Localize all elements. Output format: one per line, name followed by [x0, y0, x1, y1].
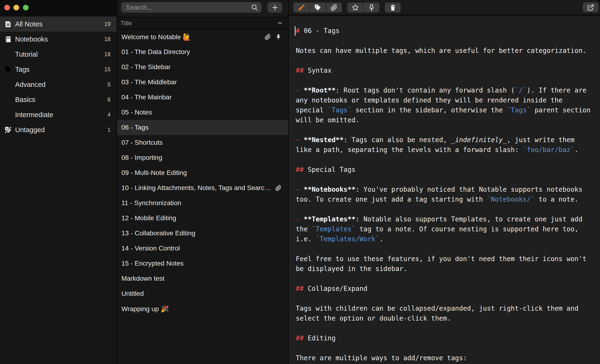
note-row-05-notes[interactable]: 05 - Notes: [117, 105, 288, 120]
editor-line: Tags with children can be collapsed/expa…: [296, 304, 592, 323]
sidebar-item-notebooks[interactable]: Notebooks18: [0, 32, 117, 47]
sidebar-item-label: Basics: [15, 96, 107, 104]
new-note-button[interactable]: [267, 2, 282, 13]
editor-line: - **Nested**: Tags can also be nested, _…: [296, 135, 592, 155]
sidebar-list: All Notes19Notebooks18Tutorial18Tags15Ad…: [0, 17, 117, 137]
note-list-header[interactable]: Title: [117, 17, 288, 29]
note-row-03-the-middlebar[interactable]: 03 - The Middlebar: [117, 75, 288, 90]
note-row-01-the-data-directory[interactable]: 01 - The Data Directory: [117, 44, 288, 59]
titlebar[interactable]: [0, 0, 117, 17]
icon-spacer: [4, 81, 12, 88]
traffic-light-zoom-button[interactable]: [23, 5, 28, 10]
note-row-02-the-sidebar[interactable]: 02 - The Sidebar: [117, 59, 288, 75]
sidebar-item-label: Advanced: [15, 81, 107, 89]
open-externally-button[interactable]: [583, 2, 598, 12]
sidebar-item-basics[interactable]: Basics6: [0, 92, 117, 107]
note-row-10-linking-attachments-notes-tags-and-searc[interactable]: 10 - Linking Attachments, Notes, Tags an…: [117, 180, 288, 195]
icon-spacer: [4, 51, 12, 58]
note-row-welcome-to-notable[interactable]: Welcome to Notable 🙋: [117, 29, 288, 44]
editor-line: - **Root**: Root tags don't contain any …: [296, 85, 592, 125]
delete-button[interactable]: [385, 3, 401, 12]
note-row-04-the-mainbar[interactable]: 04 - The Mainbar: [117, 90, 288, 105]
editor-line: ## Special Tags: [296, 165, 592, 175]
note-row-13-collaborative-editing[interactable]: 13 - Collaborative Editing: [117, 226, 288, 241]
editor-content[interactable]: # 06 - TagsNotes can have multiple tags,…: [289, 16, 600, 364]
notes-icon: [4, 20, 12, 28]
sidebar-item-count: 4: [107, 111, 111, 118]
favorite-button[interactable]: [347, 3, 363, 12]
note-row-12-mobile-editing[interactable]: 12 - Mobile Editing: [117, 210, 288, 226]
traffic-light-minimize-button[interactable]: [13, 5, 19, 10]
sidebar-item-advanced[interactable]: Advanced5: [0, 77, 117, 92]
attachments-button[interactable]: [326, 3, 342, 12]
editor-line: ## Syntax: [296, 66, 592, 75]
sidebar-item-label: Tutorial: [15, 51, 104, 58]
pencil-icon: [298, 4, 305, 11]
sidebar-item-tags[interactable]: Tags15: [0, 62, 117, 77]
sidebar-item-all-notes[interactable]: All Notes19: [0, 17, 117, 32]
note-row-09-multi-note-editing[interactable]: 09 - Multi-Note Editing: [117, 165, 288, 180]
main-panel: # 06 - TagsNotes can have multiple tags,…: [289, 0, 600, 364]
note-title: 06 - Tags: [122, 124, 279, 131]
note-title: 01 - The Data Directory: [122, 48, 279, 56]
note-row-markdown-test[interactable]: Markdown test: [117, 271, 288, 286]
note-row-06-tags[interactable]: 06 - Tags: [117, 120, 288, 135]
sidebar-item-label: Tags: [15, 66, 104, 73]
note-row-untitled[interactable]: Untitled: [117, 286, 288, 301]
notebook-icon: [4, 36, 12, 43]
editor-line: Notes can have multiple tags, which are …: [296, 46, 592, 56]
sidebar-item-tutorial[interactable]: Tutorial18: [0, 47, 117, 62]
sidebar: All Notes19Notebooks18Tutorial18Tags15Ad…: [0, 0, 117, 364]
note-row-08-importing[interactable]: 08 - Importing: [117, 150, 288, 165]
chevron-up-icon[interactable]: [277, 20, 283, 26]
sidebar-item-count: 1: [107, 127, 111, 133]
editor-line: # 06 - Tags: [296, 26, 592, 36]
editor-line: ## Editing: [296, 333, 592, 343]
editor-toolbar: [289, 0, 600, 16]
editor-line: There are multiple ways to add/remove ta…: [296, 353, 592, 363]
note-title: 14 - Version Control: [122, 245, 279, 252]
note-title: 15 - Encrypted Notes: [122, 260, 279, 267]
star-icon: [352, 4, 359, 11]
icon-spacer: [4, 111, 12, 118]
sidebar-item-label: Intermediate: [15, 111, 107, 119]
note-title: 03 - The Middlebar: [122, 78, 279, 86]
note-row-14-version-control[interactable]: 14 - Version Control: [117, 241, 288, 256]
note-row-07-shortcuts[interactable]: 07 - Shortcuts: [117, 135, 288, 150]
sort-by-title-label[interactable]: Title: [121, 20, 277, 27]
pin-icon: [368, 4, 375, 11]
pin-icon: [275, 34, 281, 40]
traffic-light-close-button[interactable]: [4, 5, 10, 10]
sidebar-item-count: 5: [107, 81, 111, 88]
note-row-wrapping-up[interactable]: Wrapping up 🎉: [117, 301, 288, 316]
note-title: 12 - Mobile Editing: [122, 214, 279, 222]
sidebar-item-count: 15: [104, 66, 111, 73]
edit-toggle-button[interactable]: [293, 3, 309, 12]
note-title: 13 - Collaborative Editing: [122, 229, 279, 237]
note-title: 09 - Multi-Note Editing: [122, 169, 279, 177]
note-row-11-synchronization[interactable]: 11 - Synchronization: [117, 195, 288, 210]
plus-icon: [271, 4, 279, 11]
note-title: Markdown test: [122, 275, 279, 282]
pin-button[interactable]: [364, 3, 379, 12]
sidebar-item-label: Untagged: [15, 126, 107, 134]
toolbar-groups: [293, 3, 406, 12]
note-title: Wrapping up 🎉: [122, 305, 279, 313]
sidebar-item-intermediate[interactable]: Intermediate4: [0, 107, 117, 122]
middlebar: Title Welcome to Notable 🙋01 - The Data …: [117, 0, 288, 364]
sidebar-item-label: All Notes: [15, 20, 104, 28]
editor-line: - **Notebooks**: You've probably noticed…: [296, 185, 592, 204]
note-title: Welcome to Notable 🙋: [122, 33, 262, 41]
icon-spacer: [4, 96, 12, 103]
note-title: 08 - Importing: [122, 154, 279, 162]
search-input[interactable]: [121, 2, 262, 13]
paperclip-icon: [275, 185, 281, 191]
sidebar-item-count: 19: [104, 21, 111, 27]
note-title: 11 - Synchronization: [122, 199, 279, 207]
note-row-15-encrypted-notes[interactable]: 15 - Encrypted Notes: [117, 256, 288, 271]
tags-button[interactable]: [310, 3, 326, 12]
sidebar-item-untagged[interactable]: Untagged1: [0, 122, 117, 137]
untag-icon: [4, 126, 12, 134]
text-cursor: [295, 26, 296, 36]
note-list: Welcome to Notable 🙋01 - The Data Direct…: [117, 29, 288, 316]
